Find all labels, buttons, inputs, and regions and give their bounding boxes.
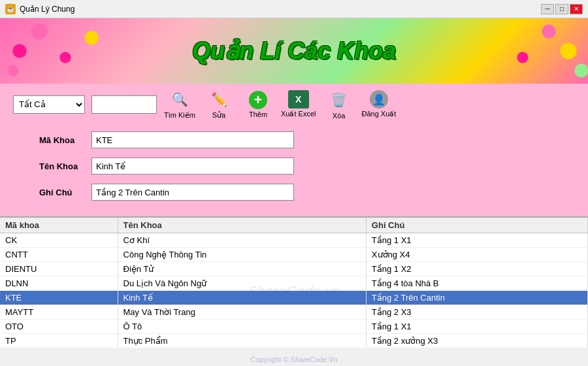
cell-ma: CK xyxy=(0,233,118,248)
cell-ghi-chu: Tầng 2 xưởng X3 xyxy=(366,334,587,348)
col-ma-khoa: Mã khoa xyxy=(0,218,118,233)
input-ghi-chu[interactable] xyxy=(91,184,294,201)
xuat-excel-label: Xuất Excel xyxy=(281,110,316,118)
filter-select[interactable]: Tất Cả Mã Khoa Tên Khoa Ghi Chú xyxy=(13,95,85,114)
titlebar-controls: ─ □ ✕ xyxy=(541,4,583,14)
main-window: ☕ Quản Lý Chung ─ □ ✕ Quản Lí Các Khoa T… xyxy=(0,0,588,366)
titlebar: ☕ Quản Lý Chung ─ □ ✕ xyxy=(0,0,588,18)
xuat-excel-button[interactable]: X Xuất Excel xyxy=(281,90,316,118)
cell-ghi-chu: Tầng 1 X1 xyxy=(366,320,587,334)
cell-ten: Thực Phẩm xyxy=(118,334,366,348)
table-row[interactable]: KTEKinh TếTầng 2 Trên Cantin xyxy=(0,291,588,305)
edit-icon: ✏️ xyxy=(208,89,229,110)
cell-ghi-chu: Tầng 1 X2 xyxy=(366,262,587,276)
table-wrapper[interactable]: Mã khoa Tên Khoa Ghi Chú CKCơ KhíTầng 1 … xyxy=(0,216,588,366)
banner-flowers-right xyxy=(470,18,588,84)
table-row[interactable]: CNTTCông Nghệ Thông TinXưởng X4 xyxy=(0,248,588,262)
dang-xuat-label: Đăng Xuất xyxy=(361,110,396,118)
cell-ma: DLNN xyxy=(0,276,118,291)
minimize-button[interactable]: ─ xyxy=(541,4,554,14)
cell-ghi-chu: Tầng 1 X1 xyxy=(366,233,587,248)
cell-ghi-chu: Tầng 4 tòa Nhà B xyxy=(366,276,587,291)
them-button[interactable]: + Thêm xyxy=(242,91,274,118)
label-ten-khoa: Tên Khoa xyxy=(39,161,91,171)
form-row-ten-khoa: Tên Khoa xyxy=(39,158,549,175)
cell-ten: Công Nghệ Thông Tin xyxy=(118,248,366,262)
cell-ten: Cơ Khí xyxy=(118,233,366,248)
table-row[interactable]: OTOÔ TôTầng 1 X1 xyxy=(0,320,588,334)
data-table: Mã khoa Tên Khoa Ghi Chú CKCơ KhíTầng 1 … xyxy=(0,218,588,348)
cell-ma: CNTT xyxy=(0,248,118,262)
table-row[interactable]: CKCơ KhíTầng 1 X1 xyxy=(0,233,588,248)
cell-ten: Ô Tô xyxy=(118,320,366,334)
label-ma-khoa: Mã Khoa xyxy=(39,135,91,145)
delete-icon: 🗑️ xyxy=(328,90,349,110)
table-header-row: Mã khoa Tên Khoa Ghi Chú xyxy=(0,218,588,233)
app-icon: ☕ xyxy=(5,4,16,14)
cell-ma: OTO xyxy=(0,320,118,334)
titlebar-left: ☕ Quản Lý Chung xyxy=(5,4,74,14)
col-ghi-chu: Ghi Chú xyxy=(366,218,587,233)
banner: Quản Lí Các Khoa xyxy=(0,18,588,84)
form-row-ma-khoa: Mã Khoa xyxy=(39,131,549,148)
cell-ma: TP xyxy=(0,334,118,348)
titlebar-title: Quản Lý Chung xyxy=(20,5,74,14)
search-icon: 🔍 xyxy=(169,89,190,110)
toolbar: Tất Cả Mã Khoa Tên Khoa Ghi Chú 🔍 Tìm Ki… xyxy=(0,84,588,125)
cell-ghi-chu: Tầng 2 X3 xyxy=(366,305,587,320)
cell-ten: Du Lịch Và Ngôn Ngữ xyxy=(118,276,366,291)
them-label: Thêm xyxy=(249,110,267,118)
form-area: Mã Khoa Tên Khoa Ghi Chú xyxy=(0,125,588,216)
excel-icon: X xyxy=(288,90,309,108)
table-row[interactable]: TPThực PhẩmTầng 2 xưởng X3 xyxy=(0,334,588,348)
cell-ten: May Và Thời Trang xyxy=(118,305,366,320)
label-ghi-chu: Ghi Chú xyxy=(39,188,91,197)
sua-label: Sửa xyxy=(212,111,225,120)
table-row[interactable]: DIENTUĐiện TửTầng 1 X2 xyxy=(0,262,588,276)
xoa-button[interactable]: 🗑️ Xóa xyxy=(322,90,355,120)
add-icon: + xyxy=(249,91,267,109)
table-container: ShareCode.vn Mã khoa Tên Khoa Ghi Chú CK… xyxy=(0,216,588,366)
form-row-ghi-chu: Ghi Chú xyxy=(39,184,549,201)
table-row[interactable]: DLNNDu Lịch Và Ngôn NgữTầng 4 tòa Nhà B xyxy=(0,276,588,291)
cell-ma: KTE xyxy=(0,291,118,305)
cell-ghi-chu: Xưởng X4 xyxy=(366,248,587,262)
input-ten-khoa[interactable] xyxy=(91,158,294,175)
banner-title: Quản Lí Các Khoa xyxy=(192,37,396,65)
cell-ten: Điện Tử xyxy=(118,262,366,276)
input-ma-khoa[interactable] xyxy=(91,131,294,148)
sua-button[interactable]: ✏️ Sửa xyxy=(203,89,235,120)
tim-kiem-label: Tìm Kiếm xyxy=(164,111,195,120)
logout-icon: 👤 xyxy=(370,90,388,108)
dang-xuat-button[interactable]: 👤 Đăng Xuất xyxy=(361,90,396,118)
xoa-label: Xóa xyxy=(333,112,346,120)
close-button[interactable]: ✕ xyxy=(570,4,583,14)
col-ten-khoa: Tên Khoa xyxy=(118,218,366,233)
cell-ma: MAYTT xyxy=(0,305,118,320)
banner-flowers-left xyxy=(0,18,118,84)
table-body: CKCơ KhíTầng 1 X1CNTTCông Nghệ Thông Tin… xyxy=(0,233,588,348)
maximize-button[interactable]: □ xyxy=(555,4,568,14)
cell-ghi-chu: Tầng 2 Trên Cantin xyxy=(366,291,587,305)
cell-ten: Kinh Tế xyxy=(118,291,366,305)
filter-wrap: Tất Cả Mã Khoa Tên Khoa Ghi Chú xyxy=(13,95,85,114)
search-input[interactable] xyxy=(91,95,157,114)
table-row[interactable]: MAYTTMay Và Thời TrangTầng 2 X3 xyxy=(0,305,588,320)
cell-ma: DIENTU xyxy=(0,262,118,276)
tim-kiem-button[interactable]: 🔍 Tìm Kiếm xyxy=(163,89,196,120)
